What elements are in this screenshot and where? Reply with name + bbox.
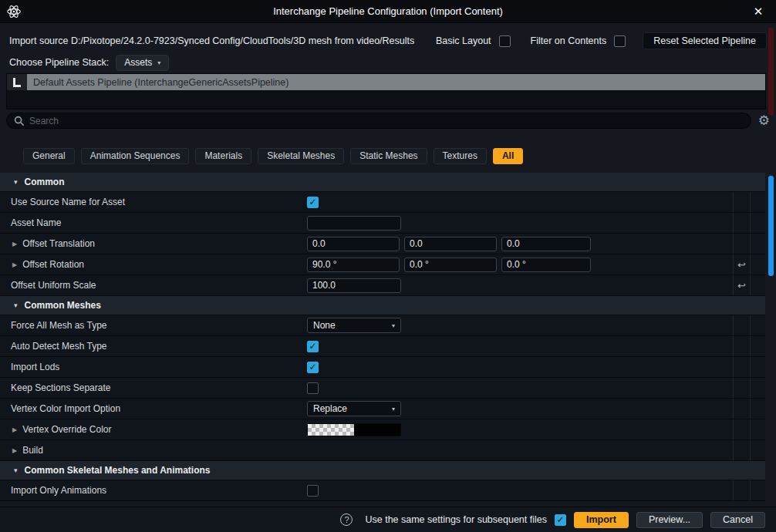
tab-all[interactable]: All — [493, 148, 523, 164]
keep-sections-separate-checkbox[interactable] — [307, 382, 319, 394]
section-title: Common — [25, 177, 65, 187]
import-only-animations-checkbox[interactable] — [307, 485, 319, 497]
search-row: ⚙ — [6, 113, 770, 129]
same-settings-checkbox[interactable] — [555, 514, 566, 526]
pipeline-stack-dropdown[interactable]: Assets ▾ — [116, 55, 169, 71]
property-label: Vertex Color Import Option — [11, 403, 120, 414]
tab-general[interactable]: General — [23, 148, 75, 164]
same-settings-label: Use the same settings for subsequent fil… — [365, 514, 547, 525]
chevron-down-icon: ▾ — [14, 466, 18, 474]
offset-translation-y-input[interactable] — [404, 237, 497, 251]
cancel-button[interactable]: Cancel — [710, 512, 765, 528]
property-row: ▶ Vertex Override Color — [0, 419, 765, 440]
force-mesh-type-dropdown[interactable]: None ▾ — [307, 318, 401, 333]
rail-cell — [733, 234, 750, 254]
color-alpha-checker — [308, 424, 354, 436]
tab-materials[interactable]: Materials — [195, 148, 251, 164]
tab-textures[interactable]: Textures — [434, 148, 487, 164]
reset-selected-pipeline-button[interactable]: Reset Selected Pipeline — [643, 32, 767, 49]
title-bar: Interchange Pipeline Configuration (Impo… — [0, 0, 776, 23]
pipeline-list: Default Assets Pipeline (InterchangeGene… — [6, 73, 766, 109]
chevron-down-icon: ▾ — [14, 301, 18, 309]
property-label: Vertex Override Color — [22, 424, 111, 435]
tab-animation-sequences[interactable]: Animation Sequences — [81, 148, 190, 164]
import-button[interactable]: Import — [574, 512, 629, 528]
chevron-down-icon: ▾ — [14, 178, 18, 186]
property-label: Use Source Name for Asset — [11, 197, 125, 207]
rail-cell — [750, 399, 765, 419]
property-row: ▶ Build — [0, 440, 765, 461]
offset-rotation-y-input[interactable] — [404, 258, 497, 272]
close-icon[interactable]: ✕ — [750, 3, 767, 20]
import-lods-checkbox[interactable] — [307, 362, 319, 373]
tab-skeletal-meshes[interactable]: Skeletal Meshes — [258, 148, 344, 164]
dialog-title: Interchange Pipeline Configuration (Impo… — [0, 5, 776, 17]
rail-cell — [750, 440, 765, 460]
asset-name-input[interactable] — [307, 216, 401, 231]
pipeline-item-icon-cell — [7, 74, 27, 90]
property-row: Asset Name — [0, 213, 765, 234]
expand-arrow-icon[interactable]: ▶ — [12, 447, 17, 454]
rail-cell — [733, 419, 750, 439]
search-input[interactable] — [29, 116, 744, 126]
property-label: Import Only Animations — [11, 485, 106, 496]
pipeline-stack-row: Choose Pipeline Stack: Assets ▾ — [9, 54, 169, 71]
expand-arrow-icon[interactable]: ▶ — [12, 241, 17, 247]
rail-cell — [733, 357, 750, 377]
rail-cell — [750, 275, 765, 295]
section-header-common-skeletal[interactable]: ▾ Common Skeletal Meshes and Animations — [0, 461, 765, 480]
properties-panel: ▾ Common Use Source Name for Asset Asset… — [0, 173, 765, 501]
pipeline-icon — [13, 78, 21, 87]
reset-to-default-icon[interactable]: ↩ — [737, 281, 746, 291]
offset-rotation-z-input[interactable] — [501, 258, 591, 272]
offset-translation-z-input[interactable] — [501, 237, 591, 251]
property-row: Import Lods — [0, 357, 765, 378]
rail-cell — [750, 480, 765, 500]
chevron-down-icon: ▾ — [392, 406, 395, 412]
basic-layout-label: Basic Layout — [436, 35, 491, 46]
filter-on-contents-checkbox[interactable] — [614, 35, 626, 47]
basic-layout-checkbox[interactable] — [499, 35, 511, 47]
help-icon[interactable]: ? — [340, 513, 353, 526]
property-row: Auto Detect Mesh Type — [0, 336, 765, 357]
reset-to-default-icon[interactable]: ↩ — [737, 260, 746, 270]
section-header-common[interactable]: ▾ Common — [0, 173, 765, 192]
property-label: Auto Detect Mesh Type — [11, 341, 107, 352]
section-header-common-meshes[interactable]: ▾ Common Meshes — [0, 296, 765, 315]
property-label: Force All Mesh as Type — [11, 320, 107, 331]
search-icon — [14, 116, 25, 126]
property-label: Keep Sections Separate — [11, 382, 110, 393]
pipeline-stack-value: Assets — [124, 57, 152, 68]
expand-arrow-icon[interactable]: ▶ — [12, 426, 17, 433]
vertex-override-color-swatch[interactable] — [307, 423, 401, 436]
scrollbar-thumb[interactable] — [768, 176, 774, 276]
offset-uniform-scale-input[interactable] — [307, 278, 401, 293]
color-solid — [354, 424, 400, 436]
property-label: Offset Rotation — [22, 259, 84, 270]
pipeline-stack-label: Choose Pipeline Stack: — [9, 57, 109, 68]
property-row: Import Only Animations — [0, 480, 765, 501]
rail-cell — [750, 234, 765, 254]
preview-button[interactable]: Preview... — [636, 512, 703, 528]
filter-on-contents-label: Filter on Contents — [531, 35, 607, 46]
rail-cell: ↩ — [733, 254, 750, 274]
chevron-down-icon: ▾ — [157, 59, 160, 66]
property-label: Build — [22, 445, 43, 456]
vertical-scrollbar — [768, 25, 774, 530]
use-source-name-checkbox[interactable] — [307, 197, 319, 208]
vertex-color-import-option-dropdown[interactable]: Replace ▾ — [307, 401, 401, 416]
pipeline-list-item[interactable]: Default Assets Pipeline (InterchangeGene… — [7, 74, 765, 90]
tab-static-meshes[interactable]: Static Meshes — [350, 148, 427, 164]
import-source-path: Import source D:/Pixotope/24.2.0-7923/Sy… — [9, 35, 414, 46]
rail-cell — [733, 399, 750, 419]
expand-arrow-icon[interactable]: ▶ — [12, 261, 17, 268]
rail-cell — [750, 315, 765, 335]
property-row: ▶ Offset Rotation ↩ — [0, 254, 765, 275]
offset-translation-x-input[interactable] — [307, 237, 400, 251]
search-box[interactable] — [6, 113, 751, 129]
auto-detect-mesh-type-checkbox[interactable] — [307, 341, 319, 352]
offset-rotation-x-input[interactable] — [307, 258, 400, 272]
rail-cell — [750, 192, 765, 212]
property-label: Import Lods — [11, 362, 59, 372]
rail-cell — [750, 419, 765, 439]
